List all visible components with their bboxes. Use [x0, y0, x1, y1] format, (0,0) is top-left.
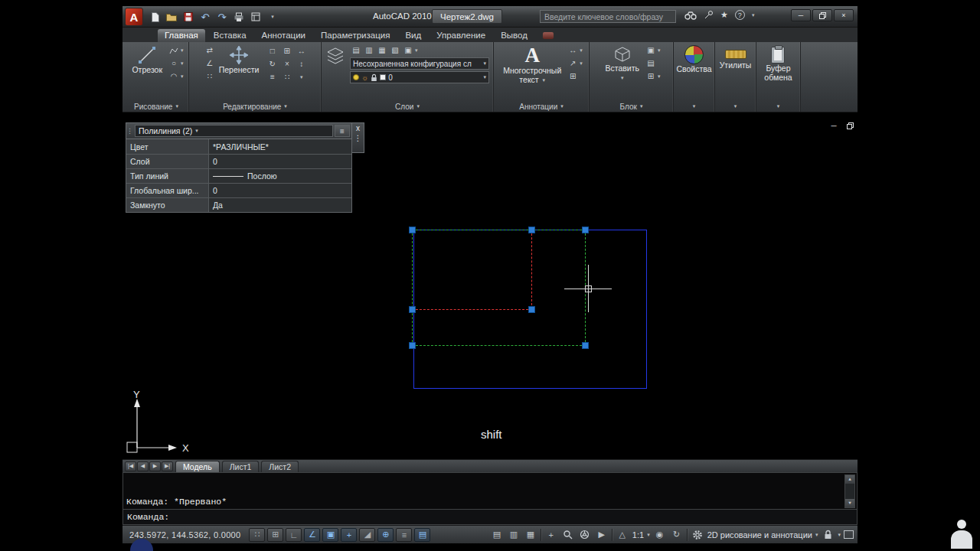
tab-layout1[interactable]: Лист1	[222, 461, 260, 472]
tab-manage[interactable]: Управление	[430, 29, 492, 42]
panel-clipboard-footer[interactable]: ▾	[756, 101, 800, 112]
selected-polyline-outer[interactable]	[412, 230, 586, 346]
ortho-toggle[interactable]: ∟	[286, 528, 302, 542]
panel-utilities-footer[interactable]: ▾	[715, 101, 756, 112]
property-value[interactable]: Послою	[209, 169, 351, 183]
grip-handle[interactable]	[409, 227, 416, 233]
command-input-line[interactable]: Команда:	[123, 509, 857, 524]
line-tool-button[interactable]: Отрезок	[129, 44, 165, 75]
snap-toggle[interactable]: ∷	[249, 528, 265, 542]
tab-output[interactable]: Вывод	[494, 29, 534, 42]
first-layout-button[interactable]: |◀	[125, 461, 136, 471]
block-create-icon[interactable]: ⊞	[645, 70, 657, 82]
doc-minimize-icon[interactable]: ─	[828, 121, 839, 130]
layer-state-combo[interactable]: Несохраненная конфигурация сл ▾	[350, 57, 489, 70]
scroll-up-icon[interactable]: ▲	[845, 475, 854, 484]
layer-lock-icon[interactable]: ▣	[402, 44, 414, 56]
mtext-button[interactable]: A Многострочный текст ▾	[500, 44, 564, 85]
new-file-icon[interactable]	[149, 10, 161, 24]
panel-layers-footer[interactable]: Слои▾	[322, 101, 493, 112]
restore-button[interactable]	[812, 9, 832, 21]
prev-layout-button[interactable]: ◀	[137, 461, 149, 471]
tab-home[interactable]: Главная	[158, 29, 205, 42]
properties-panel-button[interactable]: Свойства	[673, 44, 714, 74]
property-value[interactable]: 0	[209, 184, 351, 197]
block-attributes-icon[interactable]: ▣	[645, 44, 657, 56]
quick-view-layouts-button[interactable]: ▥	[507, 528, 521, 541]
layer-off-icon[interactable]: ▧	[389, 44, 401, 56]
status-menu-icon[interactable]: ▾	[838, 532, 841, 538]
otrack-toggle[interactable]: +	[341, 528, 357, 542]
copy-icon[interactable]: ⊞	[281, 45, 293, 57]
layer-state-icon[interactable]: ▤	[350, 44, 362, 56]
property-value[interactable]: Да	[209, 198, 351, 212]
clipboard-button[interactable]: Буфер обмена	[761, 44, 795, 83]
save-icon[interactable]	[182, 10, 194, 24]
model-space-button[interactable]: ▤	[490, 528, 504, 541]
selected-polyline-inner-bottom[interactable]	[412, 309, 532, 310]
fillet-icon[interactable]: ∠	[204, 57, 216, 69]
tab-layout2[interactable]: Лист2	[261, 461, 299, 472]
model-space-canvas[interactable]: ─ × ⋮ Полилиния (2) ▾ ≡ x ⋮	[122, 112, 858, 459]
undo-icon[interactable]: ↶	[199, 10, 211, 24]
annotation-scale-value[interactable]: 1:1	[632, 530, 644, 540]
object-type-dropdown-icon[interactable]: ▾	[195, 128, 198, 134]
workspace-dropdown-icon[interactable]: ▾	[815, 532, 818, 538]
mirror-icon[interactable]: ⇄	[204, 44, 216, 56]
stretch-icon[interactable]: ↔	[296, 45, 308, 57]
grid-toggle[interactable]: ⊞	[267, 528, 283, 542]
zoom-button[interactable]	[561, 528, 575, 541]
grip-handle[interactable]	[528, 306, 535, 313]
polyline-icon[interactable]	[168, 44, 180, 56]
properties-icon[interactable]	[250, 10, 262, 24]
scale-dropdown-icon[interactable]: ▾	[647, 532, 650, 538]
table-icon[interactable]: ⊞	[567, 70, 579, 82]
doc-restore-icon[interactable]	[844, 121, 855, 130]
panel-annotation-footer[interactable]: Аннотации▾	[494, 101, 589, 112]
offset-icon[interactable]: ≡	[266, 71, 279, 83]
scroll-down-icon[interactable]: ▼	[845, 499, 854, 507]
annotation-autoscale-button[interactable]: ↻	[670, 528, 684, 541]
rotate-icon[interactable]: ↻	[266, 58, 279, 70]
leader-icon[interactable]: ↗	[567, 57, 579, 69]
layer-properties-button[interactable]	[323, 44, 348, 65]
layer-combo[interactable]: ☼ 0 ▾	[350, 71, 489, 83]
command-scrollbar[interactable]: ▲ ▼	[844, 474, 855, 508]
grip-handle[interactable]	[409, 342, 416, 349]
quick-view-drawings-button[interactable]: ▦	[524, 528, 537, 541]
qat-dropdown-icon[interactable]: ▾	[266, 10, 279, 24]
insert-block-button[interactable]: Вставить ▾	[602, 44, 642, 83]
arc-icon[interactable]: ◠	[168, 70, 180, 82]
steering-wheel-button[interactable]	[578, 528, 592, 541]
favorites-icon[interactable]: ★	[720, 10, 728, 20]
layer-freeze-icon[interactable]: ▦	[376, 44, 388, 56]
grip-handle[interactable]	[409, 306, 416, 313]
layer-color-swatch[interactable]	[380, 74, 386, 80]
lwt-toggle[interactable]: ≡	[396, 528, 412, 542]
scale-icon[interactable]: ↕	[296, 58, 308, 70]
trim-icon[interactable]: ×	[281, 58, 293, 70]
panel-draw-footer[interactable]: Рисование▾	[124, 101, 188, 112]
layer-config-dropdown-icon[interactable]: ▾	[483, 60, 486, 67]
ducs-toggle[interactable]: ◢	[359, 528, 375, 542]
tab-model[interactable]: Модель	[175, 461, 220, 472]
palette-options-icon[interactable]: ⋮	[354, 134, 362, 142]
property-value[interactable]: *РАЗЛИЧНЫЕ*	[209, 139, 351, 154]
grip-handle[interactable]	[582, 227, 589, 233]
panel-properties-footer[interactable]: ▾	[674, 101, 714, 112]
layer-unlock-icon[interactable]	[371, 73, 377, 82]
command-window[interactable]: Команда: *Прервано* Команда: Противополо…	[122, 472, 858, 525]
last-layout-button[interactable]: ▶|	[162, 461, 173, 471]
workspace-switcher[interactable]: 2D рисование и аннотации	[707, 530, 812, 540]
layer-dropdown-icon[interactable]: ▾	[483, 74, 486, 80]
infocenter-search-input[interactable]	[540, 10, 676, 23]
move-tool-button[interactable]: Перенести	[216, 44, 263, 75]
layer-isolate-icon[interactable]: ▥	[363, 44, 375, 56]
next-layout-button[interactable]: ▶	[149, 461, 161, 471]
panel-block-footer[interactable]: Блок▾	[590, 101, 673, 112]
utilities-button[interactable]: Утилиты	[717, 44, 755, 70]
help-dropdown-icon[interactable]: ▾	[752, 12, 755, 18]
object-type-combo[interactable]: Полилиния (2) ▾	[135, 125, 333, 137]
property-value[interactable]: 0	[209, 155, 351, 168]
application-menu-button[interactable]: A	[125, 8, 143, 26]
